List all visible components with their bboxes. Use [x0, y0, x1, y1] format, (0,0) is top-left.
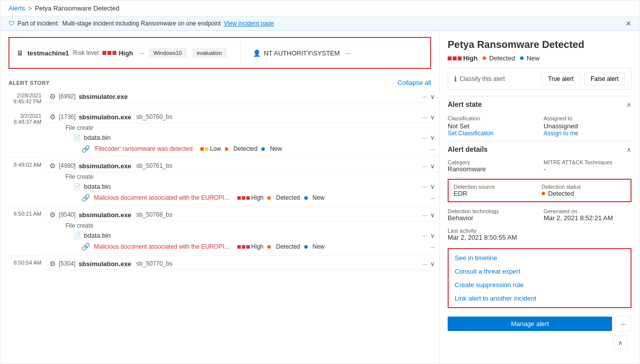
- assigned-to-field: Assigned to Unassigned Assign to me: [544, 115, 632, 137]
- detection-tech-value: Behavior: [448, 214, 536, 222]
- file-icon-4: 📄: [73, 232, 81, 239]
- scroll-up-button[interactable]: ∧: [614, 336, 628, 350]
- machine-more-button[interactable]: ···: [139, 49, 145, 57]
- file-create-label-3: File create: [45, 172, 439, 181]
- info-icon: ℹ: [454, 75, 457, 83]
- alert-dots-3[interactable]: ···: [430, 243, 435, 251]
- manage-more-button[interactable]: ···: [615, 316, 632, 332]
- create-suppression-action[interactable]: Create suppression rule: [449, 278, 631, 292]
- user-icon: 👤: [253, 49, 261, 57]
- story-row-5: 8:50:54 AM ⚙ [5304] sbsimulation.exe sb_…: [0, 256, 439, 272]
- story-content-1: ⚙ [6992] sbsimulator.exe ··· ∨: [45, 90, 439, 103]
- story-row-4: 8:50:21 AM ⚙ [9540] sbsimulation.exe sb_…: [0, 207, 439, 255]
- process-dots-4[interactable]: ···: [422, 211, 427, 219]
- new-dot-badge: [520, 56, 524, 60]
- incident-prefix: Part of incident:: [17, 20, 59, 27]
- file-dots-3[interactable]: ···: [422, 183, 427, 190]
- process-expand-2[interactable]: ∨: [430, 113, 435, 121]
- gear-icon-3[interactable]: ⚙: [49, 162, 56, 170]
- file-dots-2[interactable]: ···: [422, 134, 427, 141]
- breadcrumb-alerts[interactable]: Alerts: [8, 4, 25, 12]
- story-content-5: ⚙ [5304] sbsimulation.exe sb_50770_bs ··…: [45, 258, 439, 270]
- collapse-all-button[interactable]: Collapse all: [398, 79, 431, 86]
- shield-icon: 🛡: [8, 20, 14, 27]
- process-name-2: sbsimulation.exe: [78, 113, 131, 121]
- file-expand-4[interactable]: ∨: [430, 232, 435, 239]
- link-incident-action[interactable]: Link alert to another incident: [449, 292, 631, 305]
- process-id-4: [9540]: [59, 211, 75, 218]
- process-row-actions-1: ··· ∨: [422, 93, 435, 100]
- detected-label-3: Detected: [276, 243, 300, 250]
- detected-text-badge: Detected: [489, 54, 515, 62]
- assigned-to-value: Unassigned: [544, 122, 632, 130]
- view-incident-link[interactable]: View incident page: [224, 20, 274, 27]
- assign-to-me-link[interactable]: Assign to me: [544, 130, 632, 137]
- category-value: Ransomware: [448, 165, 536, 173]
- process-expand-3[interactable]: ∨: [430, 162, 435, 170]
- detected-label-2: Detected: [276, 194, 300, 201]
- file-row-2: 📄 bdata.bin ··· ∨: [45, 132, 439, 143]
- file-dots-4[interactable]: ···: [422, 232, 427, 239]
- alert-dots-1[interactable]: ···: [430, 145, 435, 153]
- divider: [240, 43, 241, 63]
- new-label-3: New: [313, 243, 325, 250]
- process-expand-5[interactable]: ∨: [430, 260, 435, 268]
- file-expand-2[interactable]: ∨: [430, 134, 435, 141]
- file-expand-3[interactable]: ∨: [430, 183, 435, 190]
- process-dots-3[interactable]: ···: [422, 162, 427, 170]
- badge-detected: Detected: [483, 54, 515, 62]
- gear-icon-4[interactable]: ⚙: [49, 211, 56, 219]
- process-expand-1[interactable]: ∨: [430, 93, 435, 100]
- user-more-button[interactable]: ···: [345, 49, 351, 57]
- banner-close-button[interactable]: ✕: [626, 19, 632, 27]
- process-expand-4[interactable]: ∨: [430, 211, 435, 219]
- alert-details-toggle[interactable]: ∧: [627, 146, 632, 153]
- alert-dots-2[interactable]: ···: [430, 194, 435, 202]
- detection-status-label: Detection status: [542, 184, 626, 190]
- false-alert-button[interactable]: False alert: [584, 72, 625, 85]
- alert-link-europi-1[interactable]: Malicious document associated with the E…: [94, 194, 229, 201]
- user-info: 👤 NT AUTHORITY\SYSTEM ···: [253, 49, 351, 57]
- detected-label-1: Detected: [233, 145, 257, 152]
- high-sq-2: [453, 56, 457, 60]
- process-row-actions-5: ··· ∨: [422, 260, 435, 268]
- manage-bar: Manage alert ···: [448, 312, 632, 334]
- category-label: Category: [448, 159, 536, 165]
- file-icon-3: 📄: [73, 183, 81, 190]
- risk-high-indicator: High: [102, 49, 133, 57]
- see-timeline-action[interactable]: See in timeline: [449, 251, 631, 265]
- detected-dot-badge: [483, 56, 486, 60]
- activity-grid: Last activity Mar 2, 2021 8:50:55 AM: [448, 225, 632, 244]
- last-activity-label: Last activity: [448, 228, 536, 234]
- badge-high-text: High: [463, 54, 478, 62]
- process-dots-5[interactable]: ···: [422, 260, 427, 268]
- gear-icon-5[interactable]: ⚙: [49, 260, 56, 268]
- set-classification-link[interactable]: Set Classification: [448, 130, 536, 137]
- true-alert-button[interactable]: True alert: [542, 72, 580, 85]
- alert-state-toggle[interactable]: ∧: [627, 101, 632, 108]
- new-dot-1: [261, 147, 265, 151]
- generated-on-field: Generated on Mar 2, 2021 8:52:21 AM: [544, 208, 632, 222]
- manage-alert-button[interactable]: Manage alert: [448, 317, 612, 331]
- alert-details-grid: Category Ransomware MITRE ATT&CK Techniq…: [448, 156, 632, 176]
- risk-sq-1: [102, 51, 106, 55]
- story-time-4: 8:50:21 AM: [0, 209, 45, 219]
- last-activity-field: Last activity Mar 2, 2021 8:50:55 AM: [448, 228, 536, 241]
- right-panel-title: Petya Ransomware Detected: [448, 39, 632, 50]
- consult-expert-action[interactable]: Consult a threat expert: [449, 265, 631, 278]
- process-dots-1[interactable]: ···: [422, 93, 427, 100]
- alert-link-filecoder[interactable]: 'Filecoder' ransomware was detected: [94, 145, 192, 152]
- category-field: Category Ransomware: [448, 159, 536, 173]
- alert-link-europi-2[interactable]: Malicious document associated with the E…: [94, 243, 229, 250]
- process-extra-4: sb_50768_bs: [136, 211, 172, 218]
- classification-field: Classification Not Set Set Classificatio…: [448, 115, 536, 137]
- detection-source-field: Detection source EDR: [454, 184, 538, 197]
- gear-icon-2[interactable]: ⚙: [49, 113, 56, 121]
- detection-status-value: Detected: [542, 190, 626, 197]
- process-id-2: [1736]: [59, 113, 75, 120]
- gear-icon-1[interactable]: ⚙: [49, 92, 56, 100]
- high-squares: [448, 56, 462, 60]
- file-name-2: bdata.bin: [84, 134, 111, 141]
- process-dots-2[interactable]: ···: [422, 113, 427, 121]
- alert-story-header: ALERT STORY Collapse all: [0, 75, 439, 88]
